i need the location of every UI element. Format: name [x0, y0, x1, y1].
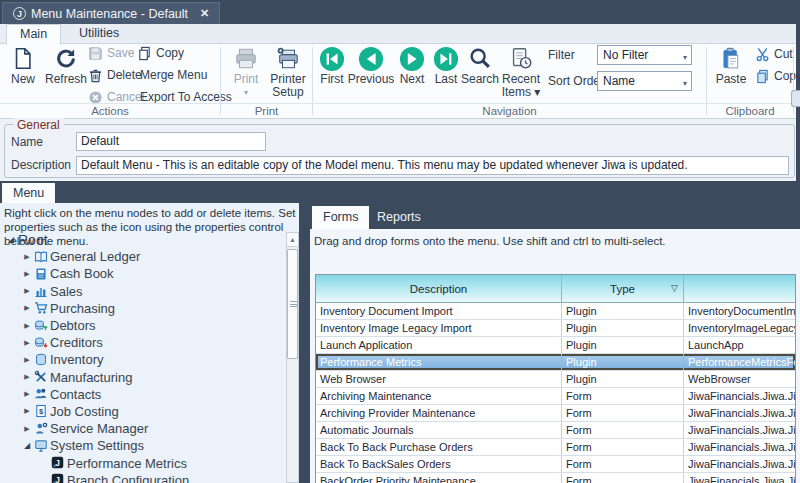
- collapsed-arrow-icon[interactable]: ▶: [20, 339, 34, 347]
- tree-item-label: Performance Metrics: [67, 456, 187, 471]
- collapsed-arrow-icon[interactable]: ▶: [20, 390, 34, 398]
- pane-splitter[interactable]: [299, 203, 310, 483]
- last-label: Last: [430, 73, 462, 86]
- debtors-icon: [34, 319, 50, 333]
- menu-tree: ◢Root▶General Ledger▶Cash Book▶Sales▶Pur…: [0, 231, 286, 483]
- table-row-back-to-back-purchase-orders[interactable]: Back To Back Purchase OrdersFormJiwaFina…: [316, 439, 795, 456]
- collapsed-arrow-icon[interactable]: ▶: [20, 373, 34, 381]
- tree-item-system-settings[interactable]: ◢System Settings: [0, 437, 286, 454]
- collapsed-arrow-icon[interactable]: ▶: [20, 425, 34, 433]
- tree-item-label: Cash Book: [50, 266, 114, 281]
- table-row-web-browser[interactable]: Web BrowserPluginWebBrowser: [316, 371, 795, 388]
- next-record-icon: [395, 46, 429, 73]
- copy-menu-button[interactable]: Copy: [137, 45, 184, 61]
- table-row-archiving-provider-maintenance[interactable]: Archiving Provider MaintenanceFormJiwaFi…: [316, 405, 795, 422]
- cell-type: Plugin: [562, 371, 684, 387]
- merge-menu-button[interactable]: Merge Menu: [140, 67, 207, 83]
- first-label: First: [316, 73, 348, 86]
- tree-item-label: System Settings: [50, 438, 144, 453]
- tree-item-purchasing[interactable]: ▶Purchasing: [0, 300, 286, 317]
- forms-grid-header: Description Type▽: [316, 275, 795, 303]
- chevron-down-icon: ▾: [683, 49, 687, 67]
- print-button[interactable]: Print ▾: [228, 46, 264, 99]
- scrollbar-thumb[interactable]: [287, 249, 298, 359]
- copy-pages-icon: [137, 46, 152, 61]
- table-row-automatic-journals[interactable]: Automatic JournalsFormJiwaFinancials.Jiw…: [316, 422, 795, 439]
- cell-class: LaunchApp: [684, 337, 796, 353]
- table-row-launch-application[interactable]: Launch ApplicationPluginLaunchApp: [316, 337, 795, 354]
- tree-item-label: Root: [18, 232, 48, 248]
- cut-button[interactable]: Cut: [755, 46, 793, 62]
- cell-class: JiwaFinancials.Jiwa.JiwaBO: [684, 473, 796, 483]
- paste-button[interactable]: Paste: [712, 46, 750, 86]
- tree-scrollbar[interactable]: ▲: [286, 232, 299, 483]
- document-tab-menu-maintenance[interactable]: J Menu Maintenance - Default ✕: [2, 2, 220, 24]
- previous-button[interactable]: Previous: [346, 46, 396, 86]
- tree-item-performance-metrics[interactable]: JPerformance Metrics: [0, 454, 286, 471]
- ribbon: New Refresh Save Delete Cancel Co: [0, 44, 796, 119]
- job-costing-icon: $: [34, 404, 50, 418]
- cell-type: Form: [562, 405, 684, 421]
- table-row-inventory-image-legacy-import[interactable]: Inventory Image Legacy ImportPluginInven…: [316, 320, 795, 337]
- collapsed-arrow-icon[interactable]: ▶: [20, 356, 34, 364]
- filter-value: No Filter: [603, 48, 648, 62]
- scroll-up-arrow-icon[interactable]: ▲: [287, 233, 298, 247]
- column-header-type[interactable]: Type▽: [562, 275, 684, 302]
- cut-label: Cut: [774, 47, 793, 61]
- save-button[interactable]: Save: [88, 45, 134, 61]
- recent-items-button[interactable]: Recent Items ▾: [499, 46, 543, 99]
- column-header-class[interactable]: [684, 275, 796, 302]
- column-header-description[interactable]: Description: [316, 275, 562, 302]
- collapsed-arrow-icon[interactable]: ▶: [20, 270, 34, 278]
- new-button[interactable]: New: [5, 46, 41, 86]
- tree-item-creditors[interactable]: ▶Creditors: [0, 334, 286, 351]
- expanded-arrow-icon[interactable]: ◢: [20, 441, 34, 450]
- next-button[interactable]: Next: [395, 46, 429, 86]
- printer-setup-button[interactable]: Printer Setup: [267, 46, 309, 99]
- tab-menu[interactable]: Menu: [2, 183, 55, 203]
- tree-item-job-costing[interactable]: ▶$Job Costing: [0, 403, 286, 420]
- table-row-back-to-backsales-orders[interactable]: Back To BackSales OrdersFormJiwaFinancia…: [316, 456, 795, 473]
- tree-item-root[interactable]: ◢Root: [0, 231, 286, 248]
- sort-order-value: Name: [603, 74, 635, 88]
- table-row-performance-metrics[interactable]: Performance MetricsPluginPerformanceMetr…: [316, 354, 795, 371]
- tree-item-service-manager[interactable]: ▶Service Manager: [0, 420, 286, 437]
- tree-item-sales[interactable]: ▶Sales: [0, 283, 286, 300]
- cell-type: Form: [562, 473, 684, 483]
- sort-order-combobox[interactable]: Name ▾: [597, 71, 692, 91]
- name-input[interactable]: Default: [76, 132, 266, 151]
- tree-item-general-ledger[interactable]: ▶General Ledger: [0, 248, 286, 265]
- column-header-label: Type: [610, 283, 635, 295]
- collapsed-arrow-icon[interactable]: ▶: [20, 304, 34, 312]
- tree-item-debtors[interactable]: ▶Debtors: [0, 317, 286, 334]
- collapsed-arrow-icon[interactable]: ▶: [20, 287, 34, 295]
- first-button[interactable]: First: [316, 46, 348, 86]
- last-button[interactable]: Last: [430, 46, 462, 86]
- tree-item-manufacturing[interactable]: ▶Manufacturing: [0, 369, 286, 386]
- collapsed-arrow-icon[interactable]: ▶: [20, 322, 34, 330]
- tree-item-contacts[interactable]: ▶Contacts: [0, 386, 286, 403]
- new-label: New: [5, 73, 41, 86]
- tree-item-label: Job Costing: [50, 404, 119, 419]
- table-row-inventory-document-import[interactable]: Inventory Document ImportPluginInventory…: [316, 303, 795, 320]
- delete-button[interactable]: Delete: [88, 67, 142, 83]
- close-icon[interactable]: ✕: [200, 7, 209, 20]
- tree-item-cash-book[interactable]: ▶Cash Book: [0, 265, 286, 282]
- tab-reports[interactable]: Reports: [366, 206, 432, 229]
- collapsed-arrow-icon[interactable]: ▶: [20, 253, 34, 261]
- tree-item-inventory[interactable]: ▶Inventory: [0, 351, 286, 368]
- recent-items-label-2: Items ▾: [499, 86, 543, 99]
- expanded-arrow-icon[interactable]: ◢: [4, 235, 18, 244]
- filter-combobox[interactable]: No Filter ▾: [597, 45, 692, 65]
- tab-utilities[interactable]: Utilities: [66, 24, 132, 44]
- table-row-archiving-maintenance[interactable]: Archiving MaintenanceFormJiwaFinancials.…: [316, 388, 795, 405]
- search-icon: [459, 46, 501, 73]
- search-button[interactable]: Search: [459, 46, 501, 86]
- description-input[interactable]: Default Menu - This is an editable copy …: [76, 156, 789, 175]
- refresh-button[interactable]: Refresh: [43, 46, 89, 86]
- collapsed-arrow-icon[interactable]: ▶: [20, 407, 34, 415]
- tab-forms[interactable]: Forms: [312, 206, 369, 229]
- table-row-backorder-priority-maintenance[interactable]: BackOrder Priority MaintenanceFormJiwaFi…: [316, 473, 795, 483]
- tree-item-branch-configuration[interactable]: JBranch Configuration: [0, 472, 286, 483]
- tab-main[interactable]: Main: [6, 24, 61, 45]
